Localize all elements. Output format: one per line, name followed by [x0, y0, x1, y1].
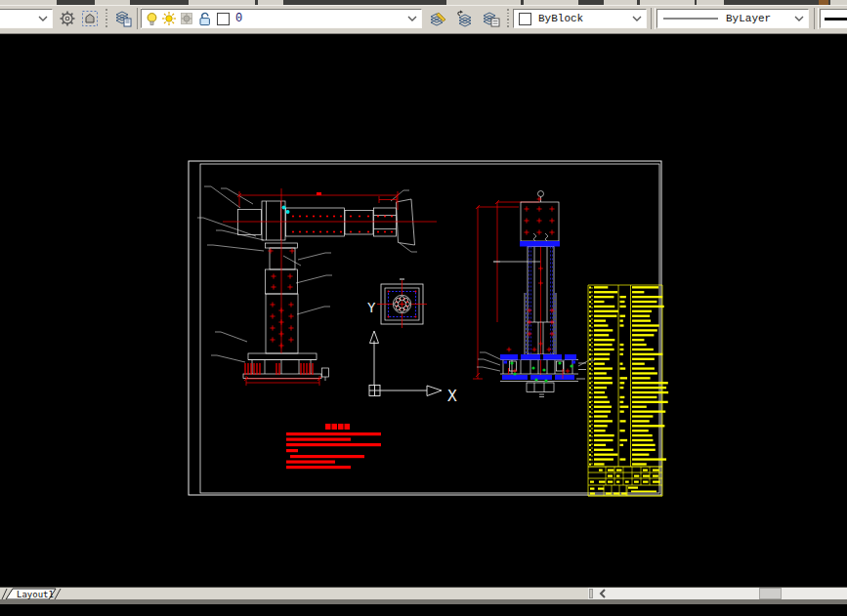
front-view-red: [223, 188, 437, 386]
layout-tabs: Layout1: [0, 588, 588, 599]
color-value: ByBlock: [538, 13, 583, 24]
chevron-down-icon[interactable]: [405, 13, 419, 24]
toolbar: 0: [0, 5, 847, 34]
tech-requirements-text: [286, 424, 381, 469]
lineweight-sample: [825, 17, 847, 21]
linetype-combo[interactable]: ByLayer: [656, 9, 809, 28]
toolbar-grip: [506, 9, 510, 28]
ucs-y-label: Y: [367, 300, 376, 315]
base-hatch-marks: [245, 363, 313, 375]
toolbar-grip: [105, 9, 108, 28]
layers-manager-icon: [113, 10, 133, 27]
layer-properties-button[interactable]: [111, 8, 135, 29]
scrollbar-thumb[interactable]: [759, 588, 782, 599]
cad-drawing: Y X: [0, 34, 847, 587]
front-view-white: [238, 199, 415, 381]
window-edge: [0, 599, 847, 604]
settings-button[interactable]: [57, 8, 78, 29]
color-swatch: [519, 13, 531, 25]
workspace-combo[interactable]: [0, 9, 53, 28]
horizontal-scrollbar[interactable]: [588, 588, 847, 599]
sun-icon: [161, 11, 177, 26]
edit-block-button[interactable]: [79, 8, 101, 29]
linetype-value: ByLayer: [726, 13, 771, 24]
autocad-window: 0: [0, 0, 847, 616]
make-object-layer-current-button[interactable]: [427, 8, 450, 29]
arm-bolt-dots: [292, 215, 393, 232]
ucs-x-label: X: [447, 387, 457, 405]
drawing-canvas[interactable]: Y X: [0, 34, 847, 587]
lightbulb-icon: [145, 11, 159, 26]
scroll-left-arrow-icon[interactable]: [597, 588, 609, 599]
layout-tab-label: Layout1: [17, 590, 54, 599]
front-view-leaders: [197, 186, 417, 362]
chevron-down-icon[interactable]: [792, 13, 806, 24]
layer-previous-button[interactable]: [453, 8, 477, 29]
layer-combo[interactable]: 0: [141, 9, 422, 28]
detail-bearing: [393, 295, 410, 312]
toolbar-separator: [814, 8, 819, 29]
layer-color-swatch: [217, 13, 230, 25]
toolbar-separator: [651, 8, 656, 29]
layers-back-arrow-icon: [455, 10, 475, 27]
side-view-red: [473, 200, 541, 379]
plate-bolt-marks: [524, 206, 554, 234]
block-selection-icon: [81, 10, 99, 27]
chevron-down-icon[interactable]: [630, 13, 644, 24]
layer-states-button[interactable]: [480, 8, 503, 29]
unlock-icon: [196, 11, 213, 26]
layers-list-icon: [482, 10, 501, 27]
layers-pencil-icon: [429, 10, 448, 27]
parts-list-table: [588, 285, 668, 496]
color-combo[interactable]: ByBlock: [513, 9, 647, 28]
chevron-down-icon: [36, 13, 50, 24]
tab-layout1[interactable]: Layout1: [6, 589, 56, 599]
lineweight-combo[interactable]: [820, 9, 847, 28]
statusbar: Layout1: [0, 587, 847, 599]
current-layer-name: 0: [235, 12, 242, 25]
gear-icon: [59, 10, 76, 27]
linetype-sample: [663, 17, 718, 21]
viewport-freeze-icon: [179, 11, 194, 26]
scrollbar-grip: [589, 589, 593, 598]
